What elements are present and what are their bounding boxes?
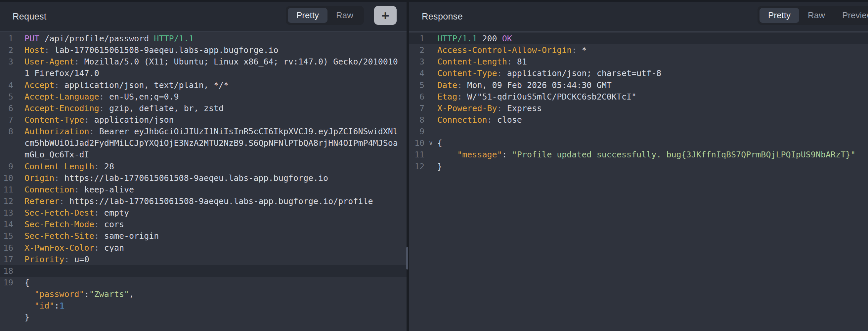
fold-gutter	[13, 254, 25, 265]
line-number: 7	[409, 102, 425, 114]
code-line[interactable]: 13Sec-Fetch-Dest: empty	[0, 207, 407, 219]
code-text: X-Powered-By: Express	[437, 102, 868, 114]
line-number: 12	[409, 161, 425, 172]
fold-gutter	[425, 102, 437, 114]
code-line[interactable]: 10Origin: https://lab-1770615061508-9aeq…	[0, 172, 407, 184]
line-number: 3	[409, 56, 425, 67]
code-text: mGLo_Qc6Tx-dI	[25, 149, 407, 160]
response-editor[interactable]: 1HTTP/1.1 200 OK2Access-Control-Allow-Or…	[409, 32, 868, 331]
code-line[interactable]: 1 Firefox/147.0	[0, 67, 407, 79]
code-text: Referer: https://lab-1770615061508-9aeqe…	[25, 195, 407, 207]
line-number: 7	[0, 114, 13, 126]
code-line[interactable]: 2Access-Control-Allow-Origin: *	[409, 44, 868, 56]
fold-gutter	[13, 184, 25, 195]
code-line[interactable]: 16X-PwnFox-Color: cyan	[0, 242, 407, 254]
code-text: Connection: keep-alive	[25, 184, 407, 195]
code-line[interactable]: 4Accept: application/json, text/plain, *…	[0, 79, 407, 91]
code-line[interactable]: 15Sec-Fetch-Site: same-origin	[0, 230, 407, 242]
line-number	[0, 67, 13, 79]
code-text: PUT /api/profile/password HTTP/1.1	[25, 33, 407, 44]
code-line[interactable]: "id":1	[0, 300, 407, 311]
fold-gutter	[425, 33, 437, 44]
code-line[interactable]: 19{	[0, 277, 407, 288]
request-editor[interactable]: 1PUT /api/profile/password HTTP/1.12Host…	[0, 32, 407, 331]
fold-gutter	[13, 288, 25, 300]
response-tab-preview[interactable]: Preview	[834, 8, 868, 23]
line-number: 9	[409, 126, 425, 137]
fold-gutter	[425, 161, 437, 172]
fold-gutter	[13, 277, 25, 288]
code-text: {	[25, 277, 407, 288]
fold-gutter	[425, 149, 437, 160]
code-line[interactable]: 8Authorization: Bearer eyJhbGciOiJIUzI1N…	[0, 126, 407, 137]
add-request-button[interactable]: +	[374, 6, 397, 25]
fold-gutter	[13, 219, 25, 230]
code-line[interactable]: 12}	[409, 161, 868, 172]
code-text: HTTP/1.1 200 OK	[437, 33, 868, 44]
code-text: Sec-Fetch-Dest: empty	[25, 207, 407, 219]
code-text: }	[437, 161, 868, 172]
code-line[interactable]: cm5hbWUiOiJad2FydHMiLCJpYXQiOjE3NzA2MTU2…	[0, 137, 407, 149]
code-line[interactable]: 2Host: lab-1770615061508-9aeqeu.labs-app…	[0, 44, 407, 56]
line-number: 19	[0, 277, 13, 288]
response-tab-pretty[interactable]: Pretty	[760, 8, 799, 23]
line-number: 4	[0, 79, 13, 91]
code-line[interactable]: 4Content-Type: application/json; charset…	[409, 67, 868, 79]
code-line[interactable]: 7X-Powered-By: Express	[409, 102, 868, 114]
code-line[interactable]: 8Connection: close	[409, 114, 868, 126]
line-number: 1	[409, 33, 425, 44]
code-text: User-Agent: Mozilla/5.0 (X11; Ubuntu; Li…	[25, 56, 407, 67]
line-number: 2	[0, 44, 13, 56]
request-tab-raw[interactable]: Raw	[328, 8, 362, 23]
fold-gutter	[13, 230, 25, 242]
code-line[interactable]: mGLo_Qc6Tx-dI	[0, 149, 407, 160]
fold-gutter	[13, 114, 25, 126]
code-line[interactable]: 18	[0, 265, 407, 277]
code-line[interactable]: 6Accept-Encoding: gzip, deflate, br, zst…	[0, 102, 407, 114]
fold-gutter	[425, 67, 437, 79]
code-line[interactable]: 7Content-Type: application/json	[0, 114, 407, 126]
code-line[interactable]: 10∨{	[409, 137, 868, 149]
code-line[interactable]: 6Etag: W/"51-qdriOuS5mlC/PDCKC6sb2C0KTcI…	[409, 91, 868, 102]
code-line[interactable]: 5Date: Mon, 09 Feb 2026 05:44:30 GMT	[409, 79, 868, 91]
code-line[interactable]: 12Referer: https://lab-1770615061508-9ae…	[0, 195, 407, 207]
line-number	[0, 300, 13, 311]
fold-gutter	[425, 79, 437, 91]
request-tab-pretty[interactable]: Pretty	[288, 8, 328, 23]
code-text: Content-Type: application/json; charset=…	[437, 67, 868, 79]
fold-gutter	[13, 79, 25, 91]
line-number: 18	[0, 265, 13, 277]
code-line[interactable]: 11 "message": "Profile updated successfu…	[409, 149, 868, 160]
code-line[interactable]: 3User-Agent: Mozilla/5.0 (X11; Ubuntu; L…	[0, 56, 407, 67]
code-line[interactable]: 17Priority: u=0	[0, 254, 407, 265]
code-text: Etag: W/"51-qdriOuS5mlC/PDCKC6sb2C0KTcI"	[437, 91, 868, 102]
line-number: 17	[0, 254, 13, 265]
line-number: 9	[0, 161, 13, 172]
code-line[interactable]: 1HTTP/1.1 200 OK	[409, 33, 868, 44]
fold-chevron-icon[interactable]: ∨	[425, 137, 437, 149]
code-line[interactable]: 14Sec-Fetch-Mode: cors	[0, 219, 407, 230]
line-number: 6	[409, 91, 425, 102]
code-line[interactable]: 9	[409, 126, 868, 137]
line-number: 16	[0, 242, 13, 254]
code-line[interactable]: 9Content-Length: 28	[0, 161, 407, 172]
request-scrollbar-thumb[interactable]	[406, 247, 408, 269]
code-line[interactable]: 3Content-Length: 81	[409, 56, 868, 67]
line-number: 5	[409, 79, 425, 91]
code-text	[25, 265, 407, 277]
code-line[interactable]: }	[0, 311, 407, 323]
code-line[interactable]: 5Accept-Language: en-US,en;q=0.9	[0, 91, 407, 102]
code-text: Origin: https://lab-1770615061508-9aeqeu…	[25, 172, 407, 184]
line-number: 13	[0, 207, 13, 219]
line-number	[0, 288, 13, 300]
line-number: 8	[0, 126, 13, 137]
fold-gutter	[13, 161, 25, 172]
code-line[interactable]: 11Connection: keep-alive	[0, 184, 407, 195]
code-line[interactable]: "password":"Zwarts",	[0, 288, 407, 300]
code-text: Date: Mon, 09 Feb 2026 05:44:30 GMT	[437, 79, 868, 91]
code-line[interactable]: 1PUT /api/profile/password HTTP/1.1	[0, 33, 407, 44]
fold-gutter	[13, 149, 25, 160]
fold-gutter	[13, 195, 25, 207]
response-tab-raw[interactable]: Raw	[799, 8, 834, 23]
code-text	[437, 126, 868, 137]
